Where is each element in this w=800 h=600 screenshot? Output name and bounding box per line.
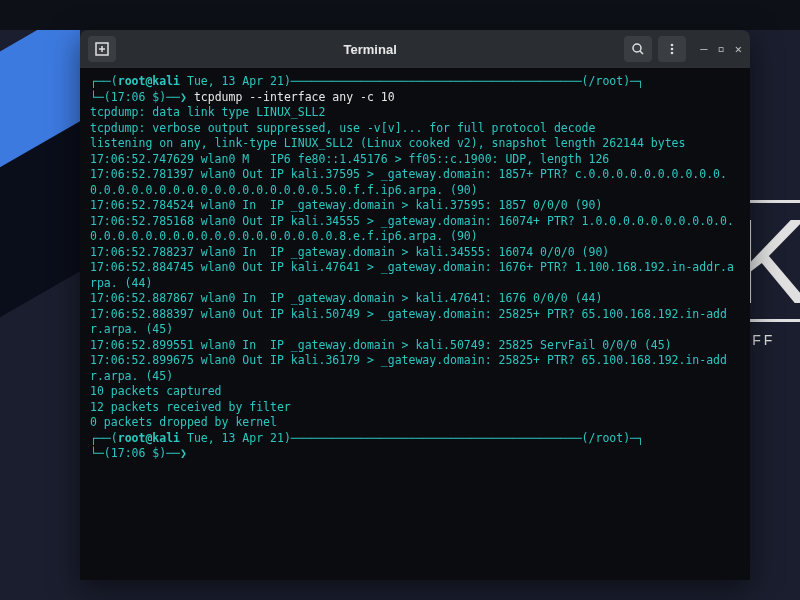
top-panel (0, 0, 800, 30)
output-line: 17:06:52.887867 wlan0 In IP _gateway.dom… (90, 291, 602, 305)
prompt2-time: 17:06 $ (111, 446, 159, 460)
svg-line-4 (640, 51, 643, 54)
output-line: 17:06:52.788237 wlan0 In IP _gateway.dom… (90, 245, 609, 259)
prompt2-path: /root (589, 431, 624, 445)
prompt2-user-host: root@kali (118, 431, 180, 445)
prompt2-date: Tue, 13 Apr 21 (187, 431, 284, 445)
new-tab-button[interactable] (88, 36, 116, 62)
output-line: tcpdump: data link type LINUX_SLL2 (90, 105, 325, 119)
plus-box-icon (95, 42, 109, 56)
output-line: 0 packets dropped by kernel (90, 415, 277, 429)
svg-point-7 (671, 52, 674, 55)
output-line: 17:06:52.899675 wlan0 Out IP kali.36179 … (90, 353, 727, 383)
menu-button[interactable] (658, 36, 686, 62)
maximize-button[interactable]: ▫ (718, 42, 725, 56)
search-icon (631, 42, 645, 56)
output-line: 17:06:52.884745 wlan0 Out IP kali.47641 … (90, 260, 734, 290)
output-line: 17:06:52.781397 wlan0 Out IP kali.37595 … (90, 167, 727, 197)
output-line: 17:06:52.784524 wlan0 In IP _gateway.dom… (90, 198, 602, 212)
output-line: 10 packets captured (90, 384, 222, 398)
prompt-path: /root (589, 74, 624, 88)
prompt-date: Tue, 13 Apr 21 (187, 74, 284, 88)
output-line: 17:06:52.785168 wlan0 Out IP kali.34555 … (90, 214, 734, 244)
close-button[interactable]: ✕ (735, 42, 742, 56)
svg-point-6 (671, 48, 674, 51)
output-line: 17:06:52.888397 wlan0 Out IP kali.50749 … (90, 307, 727, 337)
prompt-user-host: root@kali (118, 74, 180, 88)
window-title: Terminal (124, 42, 616, 57)
output-line: 17:06:52.899551 wlan0 In IP _gateway.dom… (90, 338, 672, 352)
output-line: tcpdump: verbose output suppressed, use … (90, 121, 595, 135)
terminal-output[interactable]: ┌──(root@kali Tue, 13 Apr 21)───────────… (80, 68, 750, 580)
command-text: tcpdump --interface any -c 10 (194, 90, 395, 104)
svg-point-5 (671, 44, 674, 47)
minimize-button[interactable]: – (700, 42, 707, 56)
menu-dots-icon (665, 42, 679, 56)
titlebar[interactable]: Terminal – ▫ ✕ (80, 30, 750, 68)
output-line: 17:06:52.747629 wlan0 M IP6 fe80::1.4517… (90, 152, 609, 166)
svg-point-3 (633, 44, 641, 52)
output-line: 12 packets received by filter (90, 400, 291, 414)
prompt-time: 17:06 $ (111, 90, 159, 104)
terminal-window: Terminal – ▫ ✕ ┌──(root@kal (80, 30, 750, 580)
output-line: listening on any, link-type LINUX_SLL2 (… (90, 136, 685, 150)
search-button[interactable] (624, 36, 652, 62)
